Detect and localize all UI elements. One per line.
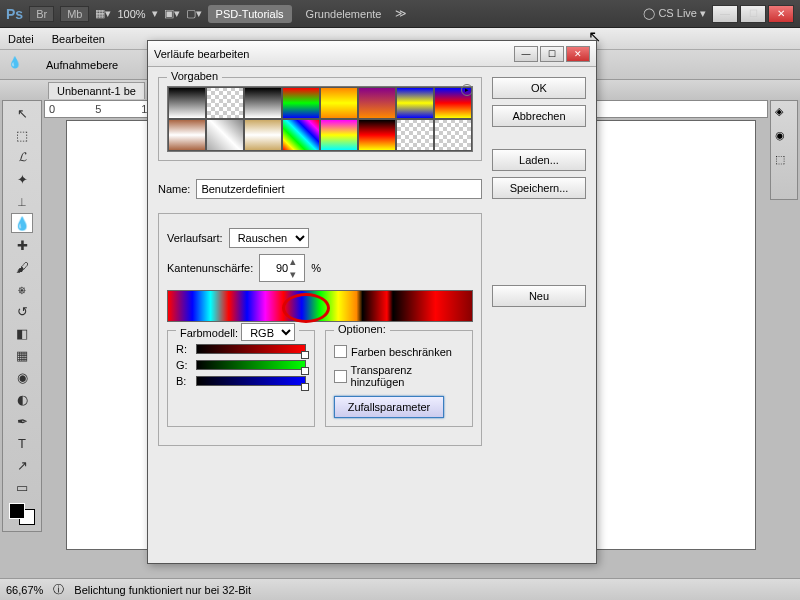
- path-tool[interactable]: ↗: [11, 455, 33, 475]
- preset[interactable]: [396, 119, 434, 151]
- preset[interactable]: [206, 119, 244, 151]
- pen-tool[interactable]: ✒: [11, 411, 33, 431]
- name-label: Name:: [158, 183, 190, 195]
- preset[interactable]: [320, 119, 358, 151]
- gradient-type-fieldset: Verlaufsart: Rauschen Kantenunschärfe: ▴…: [158, 213, 482, 446]
- presets-legend: Vorgaben: [167, 70, 222, 82]
- brush-tool[interactable]: 🖌: [11, 257, 33, 277]
- dialog-close-button[interactable]: ✕: [566, 46, 590, 62]
- type-tool[interactable]: T: [11, 433, 33, 453]
- gradient-preview: [167, 290, 473, 322]
- shape-tool[interactable]: ▭: [11, 477, 33, 497]
- preset[interactable]: [434, 119, 472, 151]
- g-slider[interactable]: G:: [176, 359, 306, 371]
- menu-datei[interactable]: Datei: [8, 33, 34, 45]
- crop-tool[interactable]: ⟂: [11, 191, 33, 211]
- options-legend: Optionen:: [334, 323, 390, 335]
- dialog-maximize-button[interactable]: ☐: [540, 46, 564, 62]
- view-extras-icon[interactable]: ▢▾: [186, 7, 202, 20]
- gradient-tool[interactable]: ▦: [11, 345, 33, 365]
- screen-mode-icon[interactable]: ▣▾: [164, 7, 180, 20]
- panel-icon-1[interactable]: ◈: [775, 105, 793, 123]
- status-info-icon: ⓘ: [53, 582, 64, 597]
- more-workspaces-icon[interactable]: ≫: [395, 7, 407, 20]
- presets-fieldset: Vorgaben ▸: [158, 77, 482, 161]
- preset[interactable]: [244, 119, 282, 151]
- presets-grid: [167, 86, 473, 152]
- type-label: Verlaufsart:: [167, 232, 223, 244]
- preset[interactable]: [358, 119, 396, 151]
- cslive-button[interactable]: ◯ CS Live ▾: [643, 7, 706, 20]
- dialog-minimize-button[interactable]: —: [514, 46, 538, 62]
- b-slider[interactable]: B:: [176, 375, 306, 387]
- eyedropper-icon[interactable]: 💧: [8, 56, 26, 74]
- preset[interactable]: [358, 87, 396, 119]
- heal-tool[interactable]: ✚: [11, 235, 33, 255]
- wand-tool[interactable]: ✦: [11, 169, 33, 189]
- arrange-icon[interactable]: ▦▾: [95, 7, 111, 20]
- minimize-button[interactable]: —: [712, 5, 738, 23]
- gradient-editor-dialog: Verläufe bearbeiten — ☐ ✕ Vorgaben ▸: [147, 40, 597, 564]
- color-model-fieldset: Farbmodell: RGB R: G: B:: [167, 330, 315, 427]
- preset[interactable]: [168, 87, 206, 119]
- ok-button[interactable]: OK: [492, 77, 586, 99]
- r-slider[interactable]: R:: [176, 343, 306, 355]
- new-button[interactable]: Neu: [492, 285, 586, 307]
- eraser-tool[interactable]: ◧: [11, 323, 33, 343]
- eyedropper-tool[interactable]: 💧: [11, 213, 33, 233]
- preset[interactable]: [282, 87, 320, 119]
- preset[interactable]: [320, 87, 358, 119]
- workspace-tab-tutorials[interactable]: PSD-Tutorials: [208, 5, 292, 23]
- panel-icon-2[interactable]: ◉: [775, 129, 793, 147]
- right-panels: ◈ ◉ ⬚: [770, 100, 798, 200]
- roughness-input[interactable]: ▴▾: [259, 254, 305, 282]
- doc-tab[interactable]: Unbenannt-1 be: [48, 82, 145, 99]
- dialog-title: Verläufe bearbeiten: [154, 48, 514, 60]
- minibridge-button[interactable]: Mb: [60, 6, 89, 22]
- name-input[interactable]: [196, 179, 482, 199]
- menu-bearbeiten[interactable]: Bearbeiten: [52, 33, 105, 45]
- lasso-tool[interactable]: 𝓛: [11, 147, 33, 167]
- sample-label: Aufnahmebere: [46, 59, 118, 71]
- bridge-button[interactable]: Br: [29, 6, 54, 22]
- save-button[interactable]: Speichern...: [492, 177, 586, 199]
- preset[interactable]: [206, 87, 244, 119]
- randomize-button[interactable]: Zufallsparameter: [334, 396, 444, 418]
- panel-icon-3[interactable]: ⬚: [775, 153, 793, 171]
- color-swatch[interactable]: [9, 503, 35, 525]
- close-button[interactable]: ✕: [768, 5, 794, 23]
- blur-tool[interactable]: ◉: [11, 367, 33, 387]
- dodge-tool[interactable]: ◐: [11, 389, 33, 409]
- options-fieldset: Optionen: Farben beschränken Transparenz…: [325, 330, 473, 427]
- history-brush-tool[interactable]: ↺: [11, 301, 33, 321]
- preset[interactable]: [396, 87, 434, 119]
- roughness-label: Kantenunschärfe:: [167, 262, 253, 274]
- add-transparency-checkbox[interactable]: Transparenz hinzufügen: [334, 364, 464, 388]
- toolbox: ↖ ⬚ 𝓛 ✦ ⟂ 💧 ✚ 🖌 ⎈ ↺ ◧ ▦ ◉ ◐ ✒ T ↗ ▭: [2, 100, 42, 532]
- workspace-tab-grundelemente[interactable]: Grundelemente: [298, 5, 390, 23]
- color-model-select[interactable]: RGB: [241, 323, 295, 341]
- preset[interactable]: [168, 119, 206, 151]
- preset[interactable]: [282, 119, 320, 151]
- preset[interactable]: [244, 87, 282, 119]
- type-select[interactable]: Rauschen: [229, 228, 309, 248]
- app-titlebar: Ps Br Mb ▦▾ 100% ▾ ▣▾ ▢▾ PSD-Tutorials G…: [0, 0, 800, 28]
- load-button[interactable]: Laden...: [492, 149, 586, 171]
- status-message: Belichtung funktioniert nur bei 32-Bit: [74, 584, 251, 596]
- move-tool[interactable]: ↖: [11, 103, 33, 123]
- status-zoom[interactable]: 66,67%: [6, 584, 43, 596]
- zoom-value[interactable]: 100%: [117, 8, 145, 20]
- maximize-button[interactable]: ☐: [740, 5, 766, 23]
- roughness-suffix: %: [311, 262, 321, 274]
- stamp-tool[interactable]: ⎈: [11, 279, 33, 299]
- marquee-tool[interactable]: ⬚: [11, 125, 33, 145]
- ps-logo: Ps: [6, 6, 23, 22]
- dialog-titlebar[interactable]: Verläufe bearbeiten — ☐ ✕: [148, 41, 596, 67]
- presets-menu-icon[interactable]: ▸: [461, 84, 473, 96]
- status-bar: 66,67% ⓘ Belichtung funktioniert nur bei…: [0, 578, 800, 600]
- restrict-colors-checkbox[interactable]: Farben beschränken: [334, 345, 464, 358]
- cancel-button[interactable]: Abbrechen: [492, 105, 586, 127]
